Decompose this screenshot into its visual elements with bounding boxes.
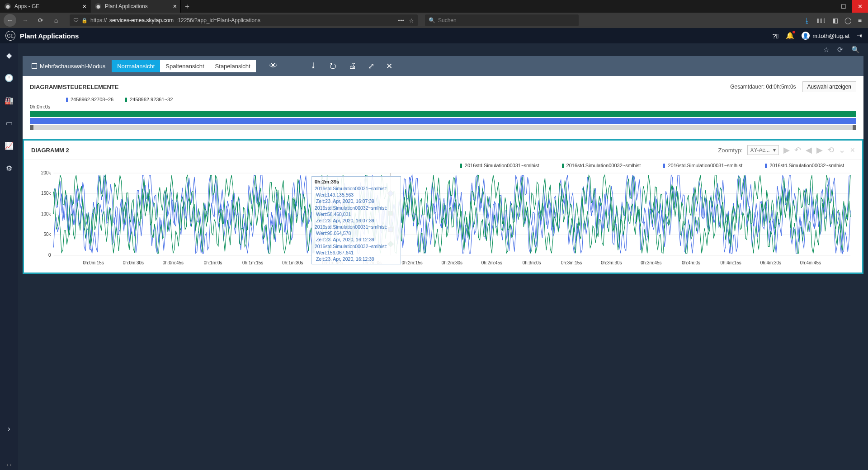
chart-tooltip: 0h:2m:39s 2016std.Simulation00031~smlhis… xyxy=(311,176,401,264)
sidebar-item-settings[interactable]: ⚙ xyxy=(2,161,16,175)
home-button[interactable]: ⌂ xyxy=(50,14,62,27)
forward-button[interactable]: → xyxy=(19,14,32,27)
browser-toolbar: ← → ⟳ ⌂ 🛡 🔒 https://services-emea.skytap… xyxy=(0,13,868,28)
lock-icon: 🔒 xyxy=(81,18,88,24)
sidebar-expand[interactable]: › xyxy=(2,422,16,436)
duration-label: Gesamtdauer: 0d:0h:5m:0s xyxy=(730,84,796,90)
svg-text:0h:3m:45s: 0h:3m:45s xyxy=(641,260,661,265)
close-icon[interactable]: ✕ xyxy=(386,61,392,71)
user-name: m.toth@tug.at xyxy=(812,33,849,39)
svg-text:0h:0m:45s: 0h:0m:45s xyxy=(163,260,184,265)
help-icon[interactable]: ?⃝ xyxy=(772,32,778,40)
svg-text:0h:2m:30s: 0h:2m:30s xyxy=(442,260,462,265)
app-header: GE Plant Applications ?⃝ 🔔 👤 m.toth@tug.… xyxy=(0,28,868,43)
panel1-title: DIAGRAMMSTEUERELEMENTE xyxy=(30,84,118,90)
chevron-down-icon: ▾ xyxy=(773,147,776,153)
app-title: Plant Applications xyxy=(20,32,79,40)
legend-item-green[interactable]: 2458962.92361~32 xyxy=(125,97,173,102)
new-tab-button[interactable]: ＋ xyxy=(181,0,193,13)
overview-bar-blue[interactable] xyxy=(30,118,856,124)
menu-icon[interactable]: ≡ xyxy=(858,17,862,24)
legend-item-blue[interactable]: 2458962.92708~26 xyxy=(66,97,113,102)
star-icon[interactable]: ☆ xyxy=(409,17,414,24)
maximize-button[interactable]: ☐ xyxy=(835,0,852,13)
sync-icon[interactable]: ⭮ xyxy=(329,61,337,70)
sidebar-icon[interactable]: ◧ xyxy=(832,17,838,24)
legend-entry[interactable]: 2016std.Simulation00032~smlhist xyxy=(562,163,641,168)
close-icon[interactable]: × xyxy=(173,3,177,10)
zoom-type-select[interactable]: XY-Ac... ▾ xyxy=(747,145,779,155)
fullscreen-icon[interactable]: ⤢ xyxy=(368,61,374,71)
reset-icon[interactable]: ⟲ xyxy=(827,145,834,155)
browser-tab-2[interactable]: ⬤ Plant Applications × xyxy=(90,0,181,13)
sidebar-item-analytics[interactable]: 📈 xyxy=(2,138,16,153)
sidebar-item-document[interactable]: ▭ xyxy=(2,116,16,130)
collapse-icon[interactable]: ⌄ xyxy=(839,145,845,155)
svg-text:0h:0m:30s: 0h:0m:30s xyxy=(123,260,144,265)
panel2-title: DIAGRAMM 2 xyxy=(31,147,69,154)
browser-tab-1[interactable]: ⬤ Apps - GE × xyxy=(0,0,90,13)
legend-entry[interactable]: 2016std.Simulation00031~smlhist xyxy=(460,163,539,168)
sidebar-item-1[interactable]: ◆ xyxy=(2,48,16,62)
svg-text:0h:1m:0s: 0h:1m:0s xyxy=(204,260,222,265)
tab-title: Apps - GE xyxy=(14,3,39,9)
zoom-type-value: XY-Ac... xyxy=(750,147,770,153)
prev-icon[interactable]: ◀ xyxy=(806,145,812,155)
url-host: services-emea.skytap.com xyxy=(109,17,174,24)
svg-text:0h:2m:45s: 0h:2m:45s xyxy=(481,260,502,265)
view-tab-stack[interactable]: Stapelansicht xyxy=(210,60,256,72)
window-close-button[interactable]: ✕ xyxy=(852,0,868,13)
show-selection-button[interactable]: Auswahl anzeigen xyxy=(802,81,856,92)
chart-plot-area[interactable]: 050k100k150k200k0h:0m:15s0h:0m:30s0h:0m:… xyxy=(31,171,855,268)
refresh-icon[interactable]: ⟳ xyxy=(837,46,843,54)
library-icon[interactable]: ⫿⫿⫿ xyxy=(816,17,826,24)
chart-legend: 2016std.Simulation00031~smlhist 2016std.… xyxy=(24,160,862,168)
play-icon[interactable]: ▶ xyxy=(783,145,790,155)
page-action-bar: ☆ ⟳ 🔍 xyxy=(18,43,868,56)
next-icon[interactable]: ▶ xyxy=(816,145,823,155)
user-chip[interactable]: 👤 m.toth@tug.at xyxy=(802,32,849,40)
sidebar-item-clock[interactable]: 🕘 xyxy=(2,70,16,85)
sidebar-tiny-nav: ‹› xyxy=(7,462,12,467)
search-icon[interactable]: 🔍 xyxy=(851,46,860,54)
search-placeholder: Suchen xyxy=(438,17,457,24)
notifications-icon[interactable]: 🔔 xyxy=(786,32,794,40)
url-bar[interactable]: 🛡 🔒 https://services-emea.skytap.com:122… xyxy=(70,14,418,26)
download-icon[interactable]: ⭳ xyxy=(804,17,810,24)
reload-button[interactable]: ⟳ xyxy=(34,14,47,27)
view-tab-column[interactable]: Spaltenansicht xyxy=(160,60,209,72)
minimize-button[interactable]: — xyxy=(819,0,835,13)
more-icon[interactable]: ••• xyxy=(398,17,404,24)
overview-bar-green[interactable] xyxy=(30,111,856,117)
eye-icon[interactable]: 👁 xyxy=(269,61,277,70)
url-prefix: https:// xyxy=(90,17,107,24)
logout-icon[interactable]: ⇥ xyxy=(857,32,863,40)
sidebar-item-factory[interactable]: 🏭 xyxy=(2,93,16,108)
tab-title: Plant Applications xyxy=(105,3,148,9)
account-icon[interactable]: ◯ xyxy=(844,17,852,24)
print-icon[interactable]: 🖨 xyxy=(349,61,356,70)
legend-entry[interactable]: 2016std.Simulation00032~smlhist xyxy=(765,163,844,168)
svg-text:0h:4m:30s: 0h:4m:30s xyxy=(760,260,781,265)
back-button[interactable]: ← xyxy=(4,14,16,27)
multi-select-checkbox[interactable]: Mehrfachauswahl-Modus xyxy=(27,63,110,70)
sidebar: ◆ 🕘 🏭 ▭ 📈 ⚙ › ‹› xyxy=(0,43,18,470)
overview-scrollbar[interactable] xyxy=(30,125,856,130)
svg-text:100k: 100k xyxy=(41,212,51,216)
search-bar[interactable]: 🔍 Suchen xyxy=(425,14,579,26)
svg-text:50k: 50k xyxy=(44,232,51,237)
time-start-label: 0h:0m:0s xyxy=(30,104,856,109)
view-tab-normal[interactable]: Normalansicht xyxy=(112,60,160,72)
tab-favicon: ⬤ xyxy=(5,3,11,9)
close-icon[interactable]: × xyxy=(83,3,86,10)
tooltip-time: 0h:2m:39s xyxy=(315,179,339,184)
star-icon[interactable]: ☆ xyxy=(823,46,829,54)
svg-text:150k: 150k xyxy=(41,191,51,196)
panel-close-icon[interactable]: × xyxy=(850,146,855,155)
undo-icon[interactable]: ↶ xyxy=(794,145,801,155)
svg-text:0h:4m:0s: 0h:4m:0s xyxy=(682,260,700,265)
zoom-type-label: Zoomtyp: xyxy=(718,147,742,154)
download-icon[interactable]: ⭳ xyxy=(310,61,317,70)
svg-text:0h:2m:15s: 0h:2m:15s xyxy=(402,260,423,265)
legend-entry[interactable]: 2016std.Simulation00031~smlhist xyxy=(663,163,742,168)
